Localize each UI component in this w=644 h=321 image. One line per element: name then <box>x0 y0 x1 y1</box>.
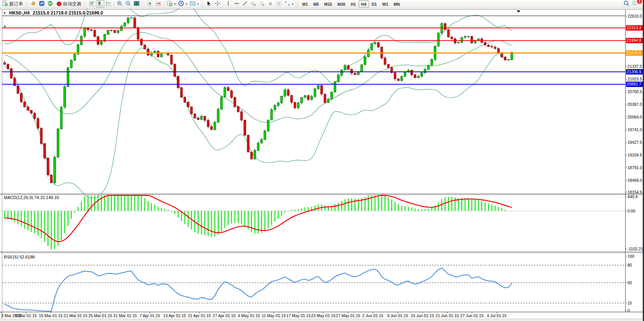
toolbar-grip <box>296 1 298 8</box>
periods-button[interactable]: ▾ <box>177 0 188 8</box>
chart-window[interactable]: ▼ HK50-,H4 21515.0 21719.0 21515.0 21699… <box>0 8 644 321</box>
market-button[interactable] <box>38 0 46 8</box>
vertical-line-button[interactable] <box>224 0 232 8</box>
equidistant-channel-button[interactable]: E <box>249 0 258 8</box>
svg-text:T: T <box>278 1 280 5</box>
vertical-line-icon <box>225 0 231 8</box>
arrows-button[interactable]: ▾ <box>283 0 295 8</box>
tile-windows-button[interactable] <box>132 0 141 8</box>
auto-scroll-button[interactable] <box>146 0 154 8</box>
svg-text:21 Apr 01:15: 21 Apr 01:15 <box>188 313 211 318</box>
price-badge: 21994.8 <box>626 38 643 43</box>
zoom-in-button[interactable] <box>115 0 124 8</box>
templates-button[interactable]: ▾ <box>188 0 200 8</box>
svg-text:19741.0: 19741.0 <box>628 127 642 132</box>
dropdown-caret-icon: ▾ <box>186 2 187 6</box>
toolbar-grip <box>84 1 86 8</box>
tile-windows-icon <box>133 0 140 8</box>
search-icon <box>623 0 630 8</box>
zoom-out-button[interactable] <box>124 0 132 8</box>
timeframe-m1-button[interactable]: M1 <box>300 0 311 8</box>
collapse-arrow-icon[interactable]: ▼ <box>3 12 6 15</box>
timeframe-h4-button[interactable]: H4 <box>359 0 369 8</box>
svg-text:21 Mar 01:15: 21 Mar 01:15 <box>64 313 87 318</box>
svg-text:15 Jun 01:15: 15 Jun 01:15 <box>411 313 434 318</box>
svg-text:27 Apr 01:15: 27 Apr 01:15 <box>213 313 236 318</box>
timeframe-m5-button[interactable]: M5 <box>311 0 322 8</box>
autotrading-icon <box>56 0 62 8</box>
cursor-icon <box>206 0 212 8</box>
arrows-icon <box>284 0 290 8</box>
chart-shift-button[interactable] <box>154 0 163 8</box>
toolbar-separator <box>114 1 114 7</box>
svg-text:9 Mar 01:15: 9 Mar 01:15 <box>15 313 37 318</box>
bars-button[interactable] <box>87 0 96 8</box>
candles-icon <box>97 0 103 8</box>
signals-button[interactable] <box>46 0 54 8</box>
trendline-icon <box>242 0 248 8</box>
autotrading-label: 自动交易 <box>63 1 81 7</box>
line-button[interactable] <box>104 0 113 8</box>
svg-text:2 Jun 01:15: 2 Jun 01:15 <box>362 313 384 318</box>
price-badge: 21679.6 <box>626 50 643 56</box>
metaeditor-icon <box>30 0 36 8</box>
ohlc-values: 21515.0 21719.0 21515.0 21699.0 <box>33 10 103 16</box>
window-bottom-border <box>0 319 643 321</box>
svg-text:17 May 01:15: 17 May 01:15 <box>286 313 311 318</box>
svg-text:22313.3: 22313.3 <box>627 25 641 30</box>
text-label-icon: T <box>276 0 282 8</box>
price-axis: 22610.021337.021023.520700.520387.020064… <box>625 14 643 194</box>
svg-text:21994.8: 21994.8 <box>627 38 641 43</box>
timeframe-m15-button[interactable]: M15 <box>321 0 334 8</box>
svg-text:21 Jun 01:15: 21 Jun 01:15 <box>435 313 459 318</box>
svg-text:19427.5: 19427.5 <box>628 140 642 145</box>
timeframe-m30-button[interactable]: M30 <box>335 0 348 8</box>
price-badge: 21206.9 <box>626 69 643 74</box>
dropdown-caret-icon: ▾ <box>292 2 293 6</box>
svg-text:4 Jul 01:15: 4 Jul 01:15 <box>487 313 507 318</box>
svg-text:-1102.21: -1102.21 <box>628 247 643 251</box>
fibonacci-icon: F <box>259 0 265 8</box>
cursor-button[interactable] <box>205 0 213 8</box>
macd-pane-label: MACD(12,26,9) 74.32 149.33 <box>4 195 59 200</box>
trendline-button[interactable] <box>241 0 249 8</box>
search-button[interactable] <box>622 0 631 8</box>
toolbar-separator <box>164 1 164 7</box>
chat-button[interactable]: 1 <box>631 0 640 8</box>
horizontal-line-button[interactable] <box>232 0 241 8</box>
svg-text:23 May 01:15: 23 May 01:15 <box>311 313 336 318</box>
new-order-icon <box>2 0 8 8</box>
svg-text:100: 100 <box>628 254 634 258</box>
svg-text:7 Apr 01:15: 7 Apr 01:15 <box>140 313 160 318</box>
symbol-header[interactable]: ▼ HK50-,H4 21515.0 21719.0 21515.0 21699… <box>3 10 103 16</box>
symbol-name: HK50-,H4 <box>9 10 30 16</box>
svg-text:20387.0: 20387.0 <box>628 102 642 107</box>
timeframe-h1-button[interactable]: H1 <box>348 0 358 8</box>
dropdown-caret-icon: ▾ <box>174 2 176 6</box>
text-button[interactable]: A <box>266 0 275 8</box>
svg-text:21337.0: 21337.0 <box>628 64 642 69</box>
svg-text:15 Mar 01:15: 15 Mar 01:15 <box>39 313 63 318</box>
svg-text:9 Jun 01:15: 9 Jun 01:15 <box>387 313 408 318</box>
text-label-button[interactable]: T <box>275 0 283 8</box>
price-badge: 22313.3 <box>626 25 643 31</box>
new-order-button[interactable]: 新订单 <box>1 0 24 8</box>
fibonacci-button[interactable]: F <box>258 0 266 8</box>
svg-text:13 Apr 01:15: 13 Apr 01:15 <box>163 313 186 318</box>
timeframe-mn-button[interactable]: MN <box>391 0 402 8</box>
toolbar-grip <box>25 1 28 8</box>
crosshair-button[interactable] <box>213 0 222 8</box>
equidistant-channel-icon: E <box>250 0 257 8</box>
candles-button[interactable] <box>96 0 104 8</box>
zoom-in-icon <box>117 0 123 8</box>
timeframe-w1-button[interactable]: W1 <box>379 0 391 8</box>
chart-canvas[interactable]: 22610.021337.021023.520700.520387.020064… <box>0 8 644 321</box>
svg-text:21023.5: 21023.5 <box>628 77 642 81</box>
toolbar-grip <box>201 1 204 8</box>
autotrading-button[interactable]: 自动交易 <box>54 0 82 8</box>
timeframe-d1-button[interactable]: D1 <box>369 0 379 8</box>
svg-text:20891.7: 20891.7 <box>627 82 641 86</box>
periods-icon <box>178 0 184 8</box>
new-chart-button[interactable]: ▾ <box>165 0 177 8</box>
metaeditor-button[interactable] <box>29 0 38 8</box>
